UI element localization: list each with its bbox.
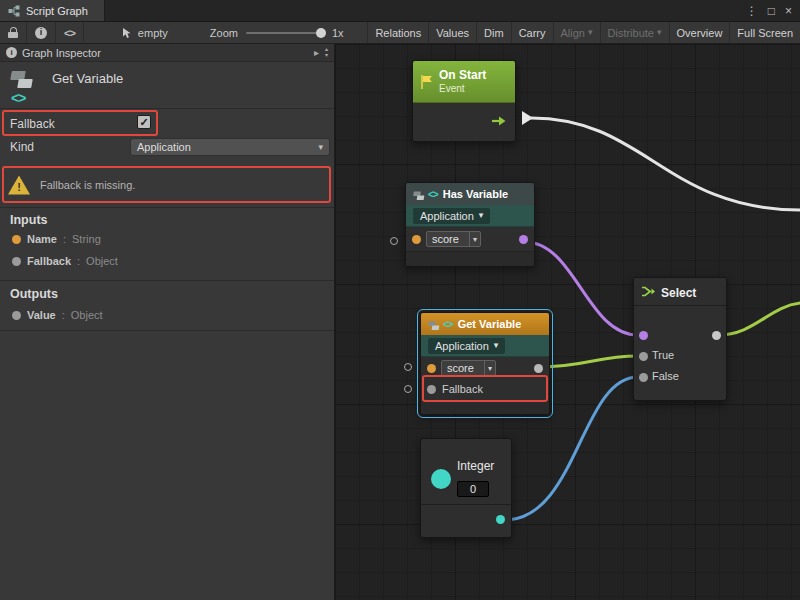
scroll-down-icon[interactable]: ▾: [325, 53, 328, 58]
chevron-down-icon: ▾: [494, 341, 499, 350]
code-icon: <>: [11, 90, 25, 106]
flow-arrow-icon: [491, 116, 506, 126]
chevron-down-icon: ▾: [657, 28, 662, 37]
flow-output-port[interactable]: [522, 111, 533, 125]
warning-box: ! Fallback is missing.: [8, 171, 326, 199]
wire-flow: [531, 118, 800, 210]
lock-button[interactable]: [0, 22, 27, 43]
kind-value: Application: [435, 340, 489, 352]
chevron-down-icon: ▾: [484, 361, 495, 375]
variable-name-dropdown[interactable]: score ▾: [426, 231, 481, 247]
false-port-label: False: [652, 370, 679, 382]
node-integer[interactable]: Integer 0: [420, 438, 512, 538]
code-icon: <>: [443, 319, 453, 330]
divider: [0, 108, 334, 109]
integer-value: 0: [470, 483, 476, 495]
window-menu-icon[interactable]: ⋮: [746, 5, 758, 17]
relations-button[interactable]: Relations: [367, 22, 428, 43]
tab-script-graph[interactable]: Script Graph: [0, 0, 105, 21]
name-input-port[interactable]: [412, 235, 421, 244]
name-input-port[interactable]: [427, 364, 436, 373]
inspector-header: i Graph Inspector ▸ ▴ ▾: [0, 44, 334, 62]
align-button: Align ▾: [553, 22, 600, 43]
variable-name: score: [442, 361, 484, 375]
fallback-input-port[interactable]: [427, 385, 436, 394]
unconnected-port-indicator[interactable]: [404, 385, 412, 393]
tab-label: Script Graph: [26, 5, 88, 17]
select-icon: [641, 285, 656, 298]
overview-button[interactable]: Overview: [669, 22, 730, 43]
info-icon: i: [6, 47, 17, 58]
fullscreen-button[interactable]: Full Screen: [729, 22, 800, 43]
kind-dropdown[interactable]: Application ▾: [428, 338, 505, 354]
zoom-value: 1x: [332, 27, 344, 39]
align-label: Align: [561, 27, 585, 39]
zoom-slider[interactable]: [246, 32, 324, 34]
graph-canvas[interactable]: On Start Event <> Has Variable App: [335, 44, 800, 600]
unconnected-port-indicator[interactable]: [404, 363, 412, 371]
overview-label: Overview: [677, 27, 723, 39]
node-select[interactable]: Select True False: [633, 277, 727, 401]
port-name: Name: [27, 233, 57, 245]
port-type: String: [72, 233, 101, 245]
divider: [0, 330, 334, 331]
dock-panel-icon[interactable]: ▸: [314, 47, 319, 58]
wire-value-true: [540, 356, 638, 367]
values-button[interactable]: Values: [428, 22, 476, 43]
chevron-down-icon: ▾: [318, 143, 323, 152]
node-get-variable[interactable]: <> Get Variable Application ▾ score ▾: [420, 312, 550, 415]
kind-value: Application: [420, 210, 474, 222]
on-start-body: [413, 103, 515, 141]
fallback-port-label: Fallback: [442, 383, 483, 395]
dim-button[interactable]: Dim: [476, 22, 511, 43]
flag-icon: [420, 74, 434, 90]
warning-icon: !: [8, 176, 30, 195]
toolbar-buttons: Relations Values Dim Carry Align ▾ Distr…: [367, 22, 800, 43]
inspect-toggle-button[interactable]: i: [27, 22, 56, 43]
false-input-port[interactable]: [639, 373, 648, 382]
condition-input-port[interactable]: [639, 331, 648, 340]
port-type: Object: [71, 309, 103, 321]
kind-band: Application ▾: [421, 335, 549, 357]
colon-sep: :: [77, 255, 80, 267]
unconnected-port-indicator[interactable]: [390, 237, 398, 245]
variable-name-dropdown[interactable]: score ▾: [441, 360, 496, 376]
titlebar: Script Graph ⋮ □ ×: [0, 0, 800, 22]
divider: [421, 504, 511, 505]
selection-output-port[interactable]: [712, 331, 721, 340]
variables-icon: [428, 321, 435, 327]
divider: [0, 207, 334, 208]
graph-icon: [8, 5, 20, 17]
zoom-slider-thumb[interactable]: [316, 28, 326, 38]
lock-icon: [8, 27, 18, 38]
wires-layer: [335, 44, 800, 600]
values-label: Values: [436, 27, 469, 39]
node-has-variable[interactable]: <> Has Variable Application ▾ score ▾: [405, 182, 535, 267]
code-view-button[interactable]: <>: [56, 22, 84, 43]
integer-output-port[interactable]: [496, 515, 505, 524]
true-input-port[interactable]: [639, 352, 648, 361]
string-port-dot: [12, 235, 21, 244]
zoom-control: Zoom 1x: [210, 27, 344, 39]
graph-inspector-panel: i Graph Inspector ▸ ▴ ▾ Get Variable <> …: [0, 44, 335, 600]
node-title: Get Variable: [458, 318, 522, 330]
kind-dropdown[interactable]: Application ▾: [130, 138, 330, 156]
value-output-port[interactable]: [534, 364, 543, 373]
bool-output-port[interactable]: [519, 235, 528, 244]
carry-button[interactable]: Carry: [511, 22, 553, 43]
selection-status-label: empty: [138, 27, 168, 39]
port-name: Fallback: [27, 255, 71, 267]
integer-value-field[interactable]: 0: [457, 481, 489, 497]
close-icon[interactable]: ×: [785, 5, 792, 17]
colon-sep: :: [62, 309, 65, 321]
node-on-start[interactable]: On Start Event: [412, 60, 516, 142]
carry-label: Carry: [519, 27, 546, 39]
maximize-icon[interactable]: □: [768, 5, 775, 17]
has-variable-body: score ▾: [406, 227, 534, 266]
variable-name: score: [427, 232, 469, 246]
output-port-row: Value : Object: [12, 308, 103, 322]
fallback-checkbox[interactable]: ✓: [137, 115, 151, 129]
kind-dropdown[interactable]: Application ▾: [413, 208, 490, 224]
get-variable-header: <> Get Variable: [421, 313, 549, 335]
variables-icon: [413, 191, 420, 197]
